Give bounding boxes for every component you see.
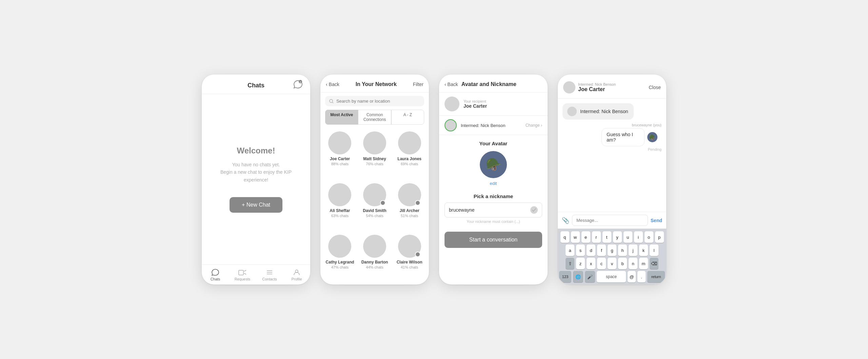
key-h[interactable]: h bbox=[618, 245, 627, 256]
footer-item-chats[interactable]: Chats bbox=[202, 269, 229, 281]
chats-body: Welcome! You have no chats yet.Begin a n… bbox=[202, 94, 310, 265]
message-input[interactable] bbox=[572, 215, 648, 226]
attach-icon[interactable]: 📎 bbox=[562, 217, 569, 224]
chat-icon bbox=[211, 269, 219, 276]
key-at[interactable]: @ bbox=[628, 271, 636, 282]
nickname-label: Pick a nickname bbox=[445, 193, 542, 199]
key-v[interactable]: v bbox=[608, 258, 616, 269]
keyboard: q w e r t y u i o p a s d f g h j k l bbox=[558, 229, 666, 284]
key-space[interactable]: space bbox=[597, 271, 626, 282]
key-mic[interactable]: 🎤 bbox=[585, 271, 595, 282]
keyboard-row-3: ⇧ z x c v b n m ⌫ bbox=[559, 258, 665, 269]
key-s[interactable]: s bbox=[576, 245, 585, 256]
key-u[interactable]: u bbox=[624, 231, 632, 243]
person-joe-carter[interactable]: Joe Carter 88% chats bbox=[325, 131, 355, 178]
key-w[interactable]: w bbox=[571, 231, 580, 243]
key-a[interactable]: a bbox=[566, 245, 574, 256]
key-i[interactable]: i bbox=[634, 231, 643, 243]
screen-avatar-nickname: ‹ Back Avatar and Nickname Your recipien… bbox=[439, 75, 548, 284]
close-button[interactable]: Close bbox=[649, 85, 661, 90]
nickname-input[interactable] bbox=[449, 207, 528, 213]
person-jill-archer[interactable]: Jill Archer 51% chats bbox=[395, 183, 424, 230]
footer-item-contacts[interactable]: Contacts bbox=[256, 269, 283, 281]
big-avatar[interactable]: 🪖 bbox=[480, 151, 507, 178]
message-bubble-right: Guess who I am? bbox=[601, 128, 645, 146]
edit-avatar-link[interactable]: edit bbox=[490, 181, 497, 186]
key-f[interactable]: f bbox=[597, 245, 606, 256]
chats-title: Chats bbox=[248, 82, 264, 89]
key-j[interactable]: j bbox=[629, 245, 637, 256]
key-t[interactable]: t bbox=[603, 231, 611, 243]
jill-archer-badge bbox=[415, 200, 420, 206]
person-name: Laura Jones bbox=[397, 156, 421, 161]
key-backspace[interactable]: ⌫ bbox=[650, 258, 658, 269]
back-button-network[interactable]: ‹ Back bbox=[326, 82, 339, 87]
nickname-section: Pick a nickname Your nickname must conta… bbox=[439, 190, 548, 227]
footer-item-profile[interactable]: Profile bbox=[283, 269, 310, 281]
user-avatar-bubble: 🪖 bbox=[647, 132, 657, 142]
keyboard-row-2: a s d f g h j k l bbox=[559, 245, 665, 256]
key-b[interactable]: b bbox=[618, 258, 627, 269]
person-david-smith[interactable]: David Smith 54% chats bbox=[360, 183, 390, 230]
message-bubble: Intermed: Nick Benson bbox=[563, 103, 634, 120]
person-danny-barton[interactable]: Danny Barton 44% chats bbox=[360, 235, 390, 281]
key-o[interactable]: o bbox=[645, 231, 653, 243]
chat-input-row: 📎 Send bbox=[558, 212, 666, 229]
person-stat: 63% chats bbox=[331, 214, 349, 218]
nickname-hint: Your nickname must contain (...) bbox=[445, 219, 542, 224]
key-g[interactable]: g bbox=[608, 245, 616, 256]
key-period[interactable]: . bbox=[637, 271, 646, 282]
tab-most-active[interactable]: Most Active bbox=[325, 110, 358, 125]
key-globe[interactable]: 🌐 bbox=[573, 271, 583, 282]
change-button[interactable]: Change › bbox=[526, 123, 542, 128]
network-header: ‹ Back In Your Network Filter bbox=[320, 75, 429, 92]
person-matt-sidney[interactable]: Matt Sidney 76% chats bbox=[360, 131, 390, 178]
david-smith-badge bbox=[380, 200, 386, 206]
key-k[interactable]: k bbox=[639, 245, 648, 256]
new-chat-icon[interactable]: + bbox=[293, 79, 303, 90]
search-bar[interactable] bbox=[325, 96, 424, 106]
filter-button[interactable]: Filter bbox=[413, 82, 423, 87]
footer-item-requests[interactable]: Requests bbox=[229, 269, 256, 281]
key-e[interactable]: e bbox=[581, 231, 590, 243]
chats-header: Chats + bbox=[202, 75, 310, 94]
nickname-check-icon bbox=[530, 206, 538, 214]
search-input[interactable] bbox=[336, 99, 420, 104]
person-name: Jill Archer bbox=[400, 208, 419, 213]
message-row-right: brucewayne (you) Guess who I am? 🪖 Pendi… bbox=[563, 123, 662, 151]
key-123[interactable]: 123 bbox=[559, 271, 571, 282]
contacts-icon bbox=[265, 269, 274, 276]
key-return[interactable]: return bbox=[647, 271, 665, 282]
new-chat-button[interactable]: + New Chat bbox=[230, 197, 282, 213]
key-d[interactable]: d bbox=[587, 245, 595, 256]
person-claire-wilson[interactable]: Claire Wilson 41% chats bbox=[395, 235, 424, 281]
key-l[interactable]: l bbox=[650, 245, 658, 256]
key-n[interactable]: n bbox=[629, 258, 637, 269]
tab-common-connections[interactable]: Common Connections bbox=[358, 110, 391, 125]
key-shift[interactable]: ⇧ bbox=[566, 258, 574, 269]
key-y[interactable]: y bbox=[613, 231, 622, 243]
tab-az[interactable]: A - Z bbox=[391, 110, 424, 125]
person-ali-sheffar[interactable]: Ali Sheffar 63% chats bbox=[325, 183, 355, 230]
recipient-name: Joe Carter bbox=[463, 103, 487, 109]
send-button[interactable]: Send bbox=[651, 218, 662, 223]
key-m[interactable]: m bbox=[639, 258, 648, 269]
person-stat: 44% chats bbox=[366, 265, 383, 269]
key-c[interactable]: c bbox=[597, 258, 606, 269]
back-button-avatar[interactable]: ‹ Back bbox=[445, 82, 458, 87]
person-stat: 51% chats bbox=[401, 214, 418, 218]
key-x[interactable]: x bbox=[587, 258, 595, 269]
start-conversation-button[interactable]: Start a conversation bbox=[445, 232, 542, 248]
chat-avatar bbox=[563, 81, 575, 93]
person-cathy-legrand[interactable]: Cathy Legrand 47% chats bbox=[325, 235, 355, 281]
key-z[interactable]: z bbox=[576, 258, 585, 269]
key-q[interactable]: q bbox=[560, 231, 569, 243]
key-r[interactable]: r bbox=[592, 231, 601, 243]
screen-chat: Intermed: Nick Benson Joe Carter Close I… bbox=[558, 75, 666, 284]
profile-icon bbox=[293, 269, 301, 276]
key-p[interactable]: p bbox=[655, 231, 664, 243]
keyboard-row-4: 123 🌐 🎤 space @ . return bbox=[559, 271, 665, 282]
person-laura-jones[interactable]: Laura Jones 69% chats bbox=[395, 131, 424, 178]
avatar-cathy-legrand bbox=[328, 235, 351, 258]
avatar-section: Your Avatar 🪖 edit bbox=[439, 135, 548, 190]
